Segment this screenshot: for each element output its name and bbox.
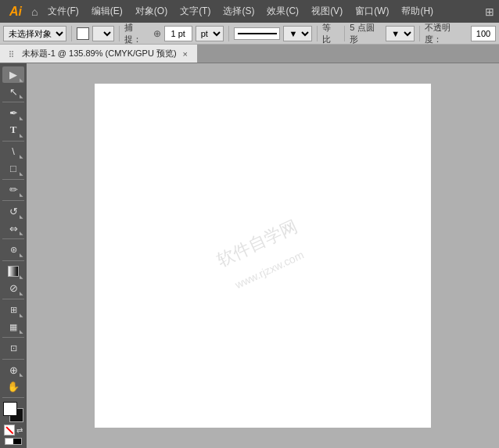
equals-badge: 等比 [322, 22, 339, 45]
artboard-tool-button[interactable]: ⊡ [2, 340, 24, 357]
tool-separator-4 [2, 200, 24, 201]
gradient-tool-button[interactable]: ◣ [2, 263, 24, 280]
eyedropper-icon: ⊘ [9, 282, 18, 294]
workspace-grid-icon[interactable]: ⊞ [485, 5, 494, 18]
tool-separator-2 [2, 141, 24, 142]
none-color-button[interactable] [4, 425, 15, 435]
type-icon: T [10, 124, 17, 136]
gradient-icon [8, 266, 19, 277]
document-tab[interactable]: 未标题-1 @ 135.89% (CMYK/GPU 预览) × [0, 45, 198, 63]
graph-tool-button[interactable]: ▦ ◣ [2, 319, 24, 335]
toolbar: ▶ ◣ ↖ ◣ ✒ ◣ T ◣ \ ◣ □ ◣ [0, 63, 27, 448]
selection-dropdown[interactable]: 未选择对象 [3, 26, 66, 41]
rect-tool-button[interactable]: □ ◣ [2, 160, 24, 177]
symbol-tool-button[interactable]: ⊞ ◣ [2, 302, 24, 318]
tab-close-button[interactable]: × [181, 48, 189, 59]
divider-3 [228, 26, 229, 41]
menu-edit[interactable]: 编辑(E) [86, 3, 128, 20]
subarrow-icon: ◣ [20, 230, 23, 235]
menu-bar: 文件(F) 编辑(E) 对象(O) 文字(T) 选择(S) 效果(C) 视图(V… [42, 3, 480, 20]
divider-2 [119, 26, 120, 41]
pen-tool-button[interactable]: ✒ ◣ [2, 105, 24, 121]
tool-separator-7 [2, 299, 24, 299]
menu-select[interactable]: 选择(S) [217, 3, 260, 20]
tool-separator-10 [2, 397, 24, 398]
divider-1 [71, 26, 72, 41]
warp-icon: ⊛ [10, 245, 17, 255]
title-bar: Ai ⌂ 文件(F) 编辑(E) 对象(O) 文字(T) 选择(S) 效果(C)… [0, 0, 499, 23]
rect-icon: □ [10, 163, 16, 174]
line-icon: \ [12, 145, 15, 157]
divider-4 [317, 26, 318, 41]
pencil-tool-button[interactable]: ✏ ◣ [2, 182, 24, 199]
mirror-icon: ⇔ [9, 223, 18, 235]
menu-help[interactable]: 帮助(H) [396, 3, 439, 20]
menu-effect[interactable]: 效果(C) [261, 3, 304, 20]
tool-separator-8 [2, 337, 24, 338]
select-icon: ▶ [9, 69, 17, 81]
tab-title: 未标题-1 @ 135.89% (CMYK/GPU 预览) [22, 48, 177, 59]
zoom-icon: ⊕ [9, 364, 18, 376]
foreground-background-swatches[interactable] [3, 402, 23, 422]
tool-separator-1 [2, 102, 24, 102]
line-tool-button[interactable]: \ ◣ [2, 143, 24, 159]
subarrow-icon: ◣ [20, 153, 23, 159]
stroke-size-input[interactable] [164, 26, 192, 41]
divider-6 [419, 26, 420, 41]
artboard-canvas: 软件自学网 www.rjzxw.com [95, 84, 431, 428]
options-bar: 未选择对象 ▼ 捕捉： ⊕ pt ▼ 等比 5 点圆形 ▼ 不透明度： [0, 23, 499, 45]
subarrow-icon: ◣ [20, 192, 23, 197]
pencil-icon: ✏ [9, 184, 18, 195]
subarrow-icon: ◣ [20, 115, 23, 120]
canvas-container[interactable]: 软件自学网 www.rjzxw.com [27, 63, 499, 448]
fill-type-dropdown[interactable]: ▼ [92, 26, 114, 41]
fill-color-swatch[interactable] [77, 27, 89, 40]
symbol-icon: ⊞ [10, 305, 17, 315]
subarrow-icon: ◣ [20, 77, 23, 82]
warp-tool-button[interactable]: ⊛ ◣ [2, 242, 24, 258]
opacity-input[interactable] [471, 26, 496, 41]
tab-drag-handle [8, 48, 17, 60]
hand-tool-button[interactable]: ✋ [2, 378, 24, 395]
tool-separator-3 [2, 179, 24, 180]
ai-logo: Ai [5, 5, 27, 19]
graph-icon: ▦ [9, 322, 17, 332]
subarrow-icon: ◣ [20, 252, 23, 257]
shape-dropdown[interactable]: ▼ [386, 26, 415, 41]
menu-file[interactable]: 文件(F) [42, 3, 84, 20]
menu-object[interactable]: 对象(O) [130, 3, 173, 20]
type-tool-button[interactable]: T ◣ [2, 122, 24, 138]
tool-separator-5 [2, 238, 24, 239]
mirror-tool-button[interactable]: ⇔ ◣ [2, 220, 24, 237]
stroke-style-preview[interactable] [234, 27, 281, 40]
foreground-color-swatch[interactable] [3, 402, 17, 416]
tool-separator-9 [2, 359, 24, 360]
subarrow-icon: ◣ [20, 290, 23, 296]
subarrow-icon: ◣ [20, 274, 23, 279]
stroke-line [238, 33, 277, 34]
select-tool-button[interactable]: ▶ ◣ [2, 66, 24, 83]
menu-view[interactable]: 视图(V) [306, 3, 348, 20]
snap-icon: ⊕ [153, 28, 161, 39]
menu-type[interactable]: 文字(T) [174, 3, 216, 20]
color-swatches [3, 402, 23, 422]
eyedropper-tool-button[interactable]: ⊘ ◣ [2, 281, 24, 297]
tool-separator-6 [2, 260, 24, 261]
tab-bar: 未标题-1 @ 135.89% (CMYK/GPU 预览) × [0, 45, 499, 63]
stroke-style-dropdown[interactable]: ▼ [283, 26, 312, 41]
swap-colors-button[interactable]: ⇄ [16, 426, 23, 435]
main-area: ▶ ◣ ↖ ◣ ✒ ◣ T ◣ \ ◣ □ ◣ [0, 63, 499, 448]
direct-select-icon: ↖ [9, 86, 18, 98]
home-icon[interactable]: ⌂ [31, 5, 38, 18]
rotate-tool-button[interactable]: ↺ ◣ [2, 203, 24, 220]
direct-select-tool-button[interactable]: ↖ ◣ [2, 84, 24, 100]
menu-window[interactable]: 窗口(W) [350, 3, 394, 20]
subarrow-icon: ◣ [20, 371, 23, 377]
artboard-icon: ⊡ [10, 343, 17, 353]
subarrow-icon: ◣ [20, 312, 23, 317]
color-mode-button[interactable] [5, 438, 22, 445]
shape-label: 5 点圆形 [350, 22, 382, 45]
subarrow-icon: ◣ [20, 132, 23, 138]
stroke-unit-dropdown[interactable]: pt [196, 26, 224, 41]
zoom-tool-button[interactable]: ⊕ ◣ [2, 362, 24, 378]
